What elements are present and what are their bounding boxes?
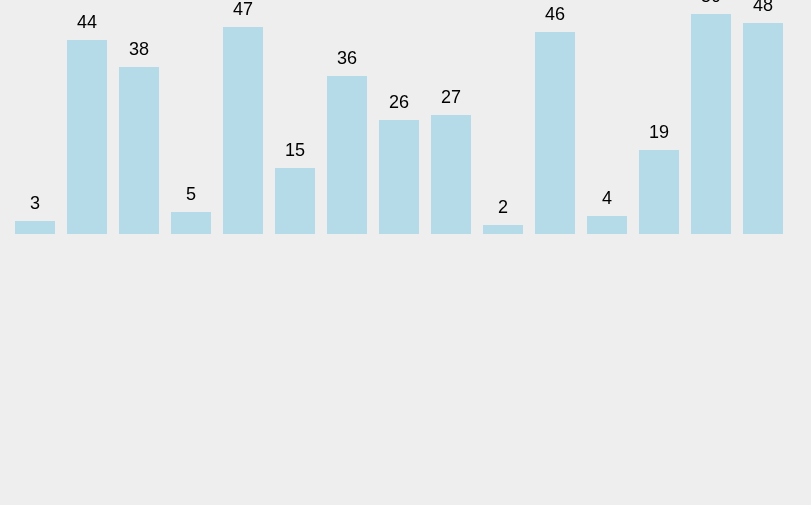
- bar-label-8: 27: [431, 87, 471, 108]
- bar-label-5: 15: [275, 140, 315, 161]
- bar-label-7: 26: [379, 92, 419, 113]
- bar-7: 26: [379, 120, 419, 234]
- bar-0: 3: [15, 221, 55, 234]
- plot-area: 34438547153626272464195048: [15, 0, 796, 234]
- bar-6: 36: [327, 76, 367, 234]
- bar-label-10: 46: [535, 4, 575, 25]
- bar-label-6: 36: [327, 48, 367, 69]
- bar-label-0: 3: [15, 193, 55, 214]
- bar-8: 27: [431, 115, 471, 234]
- bar-1: 44: [67, 40, 107, 234]
- bar-label-11: 4: [587, 188, 627, 209]
- bar-label-2: 38: [119, 39, 159, 60]
- bar-10: 46: [535, 32, 575, 234]
- bar-4: 47: [223, 27, 263, 234]
- bar-label-13: 50: [691, 0, 731, 7]
- bar-label-3: 5: [171, 184, 211, 205]
- bar-14: 48: [743, 23, 783, 234]
- bar-label-4: 47: [223, 0, 263, 20]
- bar-12: 19: [639, 150, 679, 234]
- bar-3: 5: [171, 212, 211, 234]
- bar-chart: 34438547153626272464195048: [0, 0, 811, 505]
- bar-9: 2: [483, 225, 523, 234]
- bar-label-14: 48: [743, 0, 783, 16]
- bar-2: 38: [119, 67, 159, 234]
- bar-13: 50: [691, 14, 731, 234]
- bar-label-12: 19: [639, 122, 679, 143]
- bar-5: 15: [275, 168, 315, 234]
- bar-label-1: 44: [67, 12, 107, 33]
- bar-label-9: 2: [483, 197, 523, 218]
- bar-11: 4: [587, 216, 627, 234]
